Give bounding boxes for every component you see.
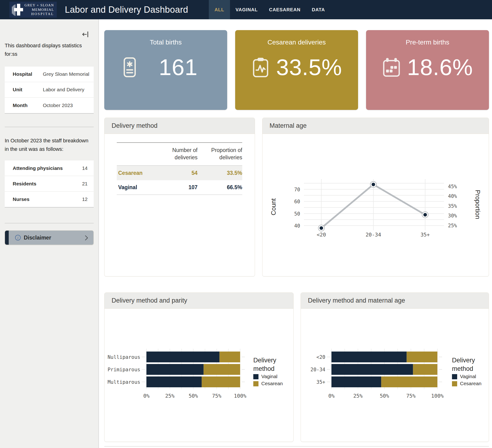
svg-text:75%: 75% (212, 393, 222, 399)
info-row-hospital: Hospital Grey Sloan Memorial (5, 67, 94, 82)
staff-row-nurses: Nurses 12 (5, 191, 94, 207)
card-title: Maternal age (263, 118, 489, 134)
staff-row-residents: Residents 21 (5, 176, 94, 191)
tab-all[interactable]: ALL (209, 0, 230, 19)
svg-text:35%: 35% (448, 203, 457, 209)
svg-text:40%: 40% (448, 193, 457, 199)
info-row-unit: Unit Labor and Delivery (5, 82, 94, 98)
info-value: Labor and Delivery (43, 87, 84, 92)
staff-row-attendings: Attending physicians 14 (5, 160, 94, 176)
staff-table: Attending physicians 14 Residents 21 Nur… (5, 160, 94, 208)
bottom-row: Delivery method and parity NulliparousPr… (104, 292, 489, 442)
svg-text:0%: 0% (328, 393, 335, 399)
svg-text:Delivery: Delivery (452, 357, 475, 364)
card-title: Delivery method and maternal age (301, 293, 489, 309)
staff-label: Attending physicians (13, 165, 82, 171)
deliveries-count: 107 (153, 184, 197, 190)
parity-stacked-bar-chart: NulliparousPrimiparousMultiparous0%25%50… (104, 309, 293, 441)
kpi-value: 161 (141, 54, 227, 80)
info-icon: i (15, 235, 21, 241)
kpi-preterm-births: Pre-term births 18.6% (366, 30, 489, 110)
nav-tabs: ALL VAGINAL CAESAREAN DATA (209, 0, 330, 19)
svg-text:70: 70 (294, 187, 300, 192)
svg-text:Count: Count (270, 198, 277, 215)
info-label: Month (13, 103, 43, 108)
deliveries-count: 54 (153, 170, 197, 176)
sidebar-intro-text: This dashboard displays statistics for:s… (5, 41, 94, 59)
info-label: Hospital (13, 71, 43, 77)
sidebar: This dashboard displays statistics for:s… (0, 19, 99, 448)
table-row: Vaginal 107 66.5% (117, 180, 242, 195)
sidebar-collapse-icon[interactable] (82, 30, 89, 38)
svg-text:Cesarean: Cesarean (261, 381, 283, 386)
hospital-cross-icon (11, 3, 23, 17)
age-method-stacked-bar-chart: <2020-3435+0%25%50%75%100%Deliverymethod… (301, 309, 489, 441)
kpi-cesarean-deliveries: Cesarean deliveries 33.5% (235, 30, 358, 110)
kpi-title: Pre-term births (366, 30, 489, 46)
delivery-method-table: Number of deliveries Proportion of deliv… (117, 142, 242, 195)
column-header: Number of deliveries (153, 147, 197, 161)
sidebar-divider (5, 127, 94, 127)
deliveries-proportion: 33.5% (197, 170, 242, 176)
table-header-row: Number of deliveries Proportion of deliv… (117, 142, 242, 166)
svg-text:25%: 25% (448, 223, 457, 229)
svg-text:method: method (253, 365, 275, 372)
svg-text:0%: 0% (143, 393, 150, 399)
hospital-logo-text: GREY + SLOAN MEMORIAL HOSPITAL (24, 3, 54, 16)
svg-text:Cesarean: Cesarean (460, 381, 482, 386)
svg-text:Vaginal: Vaginal (261, 374, 277, 379)
info-label: Unit (13, 87, 43, 92)
kpi-value: 18.6% (402, 54, 489, 80)
svg-text:<20: <20 (316, 354, 325, 360)
delivery-method-card: Delivery method Number of deliveries Pro… (104, 118, 255, 277)
svg-text:45%: 45% (448, 184, 457, 189)
info-value: Grey Sloan Memorial (43, 71, 89, 77)
maternal-age-card: Maternal age 4050607025%30%35%40%45%<202… (262, 118, 489, 277)
top-navbar: GREY + SLOAN MEMORIAL HOSPITAL Labor and… (0, 0, 492, 19)
staff-intro-text: In October 2023 the staff breakdown in t… (5, 137, 94, 154)
info-table: Hospital Grey Sloan Memorial Unit Labor … (5, 67, 94, 114)
page-title: Labor and Delivery Dashboard (65, 5, 188, 15)
svg-text:75%: 75% (406, 393, 416, 399)
svg-text:Delivery: Delivery (253, 357, 276, 364)
svg-text:20-34: 20-34 (366, 232, 381, 238)
svg-text:40: 40 (294, 223, 300, 229)
staff-label: Residents (13, 181, 82, 187)
hospital-logo: GREY + SLOAN MEMORIAL HOSPITAL (10, 2, 57, 18)
staff-value: 14 (82, 165, 88, 171)
staff-value: 12 (82, 197, 88, 202)
svg-text:i: i (17, 236, 18, 240)
tab-vaginal[interactable]: VAGINAL (230, 0, 263, 19)
calendar-icon (381, 57, 402, 78)
staff-value: 21 (82, 181, 88, 187)
main-content: Total births 161 Cesarean deliveries (99, 19, 492, 448)
column-header: Proportion of deliveries (197, 147, 242, 161)
tab-data[interactable]: DATA (306, 0, 331, 19)
svg-text:60: 60 (294, 199, 300, 204)
disclaimer-button[interactable]: i Disclaimer (5, 230, 94, 245)
maternal-age-line-chart: 4050607025%30%35%40%45%<2020-3435+CountP… (263, 134, 489, 276)
clipboard-pulse-icon (250, 57, 271, 78)
kpi-total-births: Total births 161 (104, 30, 227, 110)
svg-text:100%: 100% (431, 393, 444, 399)
table-row: Cesarean 54 33.5% (117, 166, 242, 180)
svg-text:35+: 35+ (316, 379, 325, 385)
svg-text:50%: 50% (380, 393, 389, 399)
svg-text:<20: <20 (317, 232, 326, 238)
svg-text:Vaginal: Vaginal (460, 374, 476, 379)
age-method-chart-card: Delivery method and maternal age <2020-3… (301, 292, 489, 442)
svg-text:35+: 35+ (420, 232, 430, 238)
row-label: Cesarean (117, 170, 153, 176)
svg-text:20-34: 20-34 (310, 367, 325, 372)
row-label: Vaginal (117, 184, 153, 190)
svg-text:100%: 100% (234, 393, 246, 399)
staff-label: Nurses (13, 197, 82, 202)
tab-caesarean[interactable]: CAESAREAN (263, 0, 306, 19)
svg-text:Nulliparous: Nulliparous (108, 354, 140, 360)
file-medical-icon (119, 57, 141, 78)
chevron-right-icon (84, 235, 89, 241)
svg-text:Primiparous: Primiparous (108, 367, 140, 372)
disclaimer-accent-bar (5, 231, 9, 245)
svg-text:50%: 50% (189, 393, 198, 399)
info-row-month: Month October 2023 (5, 98, 94, 113)
